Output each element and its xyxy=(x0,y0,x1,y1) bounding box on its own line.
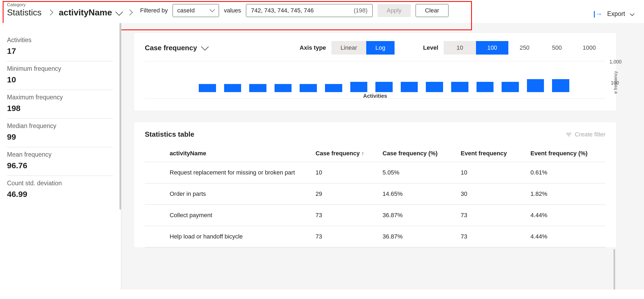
axis-type-label: Axis type xyxy=(300,44,326,51)
chart-bar[interactable] xyxy=(199,84,216,92)
column-header[interactable]: activityName xyxy=(145,145,312,162)
chart-bar[interactable] xyxy=(552,79,569,92)
body: Activities 17Minimum frequency 10Maximum… xyxy=(0,23,644,290)
chart-bar[interactable] xyxy=(350,82,368,92)
cell-case-frequency: 29 xyxy=(312,183,379,205)
chevron-right-icon xyxy=(128,8,132,18)
chart-y-label: e frequency xyxy=(613,71,618,94)
create-filter-button[interactable]: Create filter xyxy=(566,131,605,138)
stat-label: Minimum frequency xyxy=(7,65,113,72)
chart-panel: Case frequency Axis type LinearLog Level… xyxy=(134,33,616,111)
top-bar: Category Statistics activityName Filtere… xyxy=(0,0,644,23)
filter-values-input[interactable]: 742, 743, 744, 745, 746 (198) xyxy=(246,4,373,17)
level-label: Level xyxy=(423,44,438,51)
cell-activity-name: Collect payment xyxy=(145,205,312,226)
cell-event-frequency: 10 xyxy=(457,162,527,183)
chevron-down-icon xyxy=(116,8,121,18)
axis-type-linear-button[interactable]: Linear xyxy=(331,41,366,55)
filter-icon xyxy=(566,133,571,136)
cell-activity-name: Help load or handoff bicycle xyxy=(145,226,312,247)
export-button[interactable]: |→ Export xyxy=(593,2,636,18)
chart-bar[interactable] xyxy=(249,84,266,92)
table-title: Statistics table xyxy=(145,130,194,139)
cell-event-frequency-pct: 0.61% xyxy=(527,162,605,183)
chart-area: Activities 1,000 100 e frequency xyxy=(145,61,605,99)
chart-bar[interactable] xyxy=(224,84,241,92)
level-250-button[interactable]: 250 xyxy=(508,41,541,55)
table-row[interactable]: Collect payment 73 36.87% 73 4.44% xyxy=(145,205,605,226)
breadcrumb: Category Statistics activityName Filtere… xyxy=(0,2,448,18)
chart-bar[interactable] xyxy=(375,82,393,92)
filter-block: Filtered by caseId values 742, 743, 744,… xyxy=(140,4,448,18)
sidebar: Activities 17Minimum frequency 10Maximum… xyxy=(0,23,121,290)
cell-event-frequency-pct: 1.82% xyxy=(527,183,605,205)
column-header[interactable]: Event frequency xyxy=(457,145,527,162)
values-count: (198) xyxy=(354,7,367,14)
chart-bar[interactable] xyxy=(300,84,317,92)
table-row[interactable]: Order in parts 29 14.65% 30 1.82% xyxy=(145,183,605,205)
stat-item: Minimum frequency 10 xyxy=(7,61,113,90)
chevron-down-icon xyxy=(210,8,214,13)
breadcrumb-category[interactable]: Category Statistics xyxy=(7,2,42,18)
stat-label: Mean frequency xyxy=(7,151,113,158)
stat-item: Median frequency 99 xyxy=(7,119,113,147)
apply-button[interactable]: Apply xyxy=(378,4,411,17)
chart-bar[interactable] xyxy=(325,84,342,92)
cell-event-frequency: 73 xyxy=(457,226,527,247)
chart-bar[interactable] xyxy=(401,82,418,92)
statistics-table-panel: Statistics table Create filter activityN… xyxy=(134,122,616,248)
axis-type-log-button[interactable]: Log xyxy=(366,41,395,55)
clear-button[interactable]: Clear xyxy=(416,4,449,17)
chart-bar[interactable] xyxy=(477,82,494,92)
stat-value: 10 xyxy=(7,75,113,84)
scrollbar[interactable] xyxy=(119,23,121,210)
table-header: Statistics table Create filter xyxy=(145,130,605,139)
filter-field-value: caseId xyxy=(177,7,195,14)
chart-bar[interactable] xyxy=(426,82,443,92)
chart-bar[interactable] xyxy=(451,82,468,92)
chart-title: Case frequency xyxy=(145,44,197,52)
category-label: Category xyxy=(7,2,42,8)
cell-case-frequency-pct: 14.65% xyxy=(379,183,458,205)
column-header[interactable]: Event frequency (%) xyxy=(527,145,605,162)
stat-label: Median frequency xyxy=(7,122,113,130)
statistics-table: activityNameCase frequency↑Case frequenc… xyxy=(145,145,605,247)
level-10-button[interactable]: 10 xyxy=(444,41,476,55)
main-area: Case frequency Axis type LinearLog Level… xyxy=(121,23,644,290)
chevron-down-icon xyxy=(201,44,207,52)
level-100-button[interactable]: 100 xyxy=(476,41,508,55)
column-header[interactable]: Case frequency↑ xyxy=(312,145,379,162)
column-header[interactable]: Case frequency (%) xyxy=(379,145,458,162)
chart-panel-header: Case frequency Axis type LinearLog Level… xyxy=(145,41,605,55)
chart-title-dropdown[interactable]: Case frequency xyxy=(145,44,207,52)
category-value: Statistics xyxy=(7,8,42,18)
values-text: 742, 743, 744, 745, 746 xyxy=(251,7,314,14)
scrollbar[interactable] xyxy=(614,249,615,290)
create-filter-label: Create filter xyxy=(575,131,605,138)
chart-bar[interactable] xyxy=(527,79,544,92)
cell-event-frequency: 30 xyxy=(457,183,527,205)
table-row[interactable]: Request replacement for missing or broke… xyxy=(145,162,605,183)
chart-x-label: Activities xyxy=(363,93,387,99)
level-500-button[interactable]: 500 xyxy=(541,41,573,55)
stat-value: 198 xyxy=(7,104,113,113)
cell-case-frequency: 73 xyxy=(312,226,379,247)
filter-field-select[interactable]: caseId xyxy=(173,4,219,17)
sort-asc-icon: ↑ xyxy=(361,150,364,156)
breadcrumb-activity[interactable]: activityName xyxy=(59,8,121,18)
level-1000-button[interactable]: 1000 xyxy=(573,41,605,55)
chart-bar[interactable] xyxy=(275,84,292,92)
cell-event-frequency: 73 xyxy=(457,205,527,226)
table-row[interactable]: Help load or handoff bicycle 73 36.87% 7… xyxy=(145,226,605,247)
chevron-right-icon xyxy=(48,8,52,18)
stat-value: 17 xyxy=(7,46,113,56)
activity-name: activityName xyxy=(59,8,112,18)
cell-case-frequency: 73 xyxy=(312,205,379,226)
cell-case-frequency-pct: 36.87% xyxy=(379,226,458,247)
values-label: values xyxy=(224,7,241,14)
stat-item: Activities 17 xyxy=(7,33,113,61)
cell-case-frequency-pct: 5.05% xyxy=(379,162,458,183)
level-group: Level 101002505001000 xyxy=(423,41,605,55)
filtered-by-label: Filtered by xyxy=(140,7,168,14)
chart-bar[interactable] xyxy=(502,82,519,92)
